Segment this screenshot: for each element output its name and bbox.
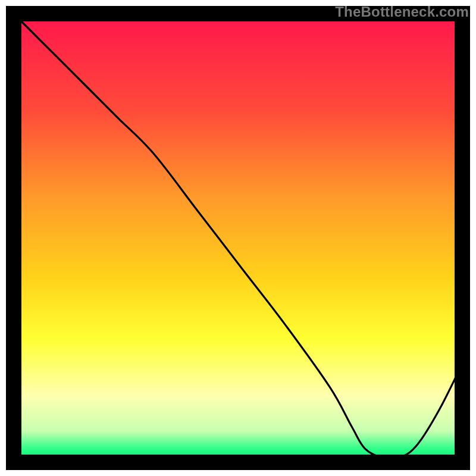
watermark-text: TheBottleneck.com: [335, 4, 469, 20]
plot-area: [14, 14, 462, 462]
bottleneck-chart: [0, 0, 476, 476]
chart-container: TheBottleneck.com: [0, 0, 476, 476]
